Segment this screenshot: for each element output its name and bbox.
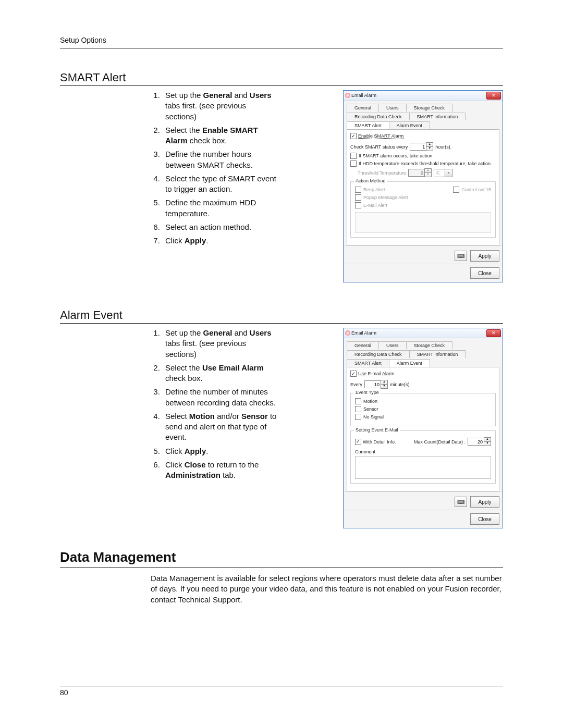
setting-event-email-group: Setting Event E-Mail ✓With Detail Info. …	[350, 430, 496, 484]
label: Max Count(Detail Data) :	[414, 439, 466, 445]
step: Click Apply.	[162, 236, 279, 246]
label: Threshold Temperature	[358, 170, 406, 176]
keyboard-icon[interactable]: ⌨	[455, 497, 467, 507]
tab-general[interactable]: General	[347, 104, 379, 112]
step: Set up the General and Users tabs first.…	[162, 328, 279, 360]
if-alarm-checkbox[interactable]: If SMART alarm occurs, take action.	[350, 153, 496, 159]
tab-storage-check[interactable]: Storage Check	[406, 104, 453, 112]
keyboard-icon[interactable]: ⌨	[455, 251, 467, 261]
section-title-smart-alert: SMART Alert	[60, 71, 503, 86]
smart-alert-steps: Set up the General and Users tabs first.…	[151, 90, 279, 246]
step: Define the maximum HDD temperature.	[162, 198, 279, 219]
motion-checkbox[interactable]: Motion	[355, 398, 491, 404]
tab-general[interactable]: General	[347, 341, 379, 349]
dialog-email-alarm-event: Email Alarm ✕ General Users Storage Chec…	[343, 328, 503, 528]
section-title-data-management: Data Management	[60, 549, 503, 565]
apply-button[interactable]: Apply	[470, 250, 499, 262]
label: hour(s).	[435, 144, 451, 150]
label: Comment :	[355, 449, 378, 454]
dialog-title: Email Alarm	[351, 93, 376, 98]
tab-users[interactable]: Users	[378, 341, 407, 349]
temp-unit-select: F.▼	[434, 169, 452, 177]
tab-alarm-event[interactable]: Alarm Event	[389, 359, 430, 367]
page-header: Setup Options	[60, 35, 503, 45]
step: Define the number of minutes between rec…	[162, 387, 279, 408]
tab-smart-alert[interactable]: SMART Alert	[347, 121, 389, 129]
tab-strip: General Users Storage Check Recording Da…	[344, 101, 503, 129]
beep-alert-checkbox: Beep Alert	[355, 187, 408, 193]
control-out-checkbox: Control out 15	[453, 187, 491, 193]
dialog-title: Email Alarm	[351, 330, 376, 336]
dialog-email-alarm-smart: Email Alarm ✕ General Users Storage Chec…	[343, 90, 503, 282]
enable-smart-alarm-checkbox[interactable]: ✓Enable SMART Alarm	[350, 133, 403, 139]
close-icon[interactable]: ✕	[486, 329, 501, 337]
every-minutes-spinner[interactable]: ▲▼	[364, 380, 388, 389]
label: Check SMART status every	[350, 144, 408, 150]
label: Every	[350, 382, 362, 387]
close-icon[interactable]: ✕	[486, 92, 501, 100]
apply-button[interactable]: Apply	[470, 496, 499, 508]
section-title-alarm-event: Alarm Event	[60, 309, 503, 324]
header-label: Setup Options	[60, 36, 106, 44]
tab-smart-alert[interactable]: SMART Alert	[347, 359, 389, 367]
tab-recording-data-check[interactable]: Recording Data Check	[347, 350, 410, 358]
with-detail-checkbox[interactable]: ✓With Detail Info.	[355, 439, 396, 445]
data-management-paragraph: Data Management is available for select …	[60, 573, 503, 605]
threshold-temp-spinner: ▲▼	[408, 168, 432, 177]
tab-recording-data-check[interactable]: Recording Data Check	[347, 113, 410, 120]
spinner-down-icon[interactable]: ▼	[484, 442, 491, 446]
spinner-down-icon[interactable]: ▼	[381, 385, 388, 389]
label: minute(s).	[390, 382, 411, 387]
titlebar[interactable]: Email Alarm ✕	[344, 91, 503, 101]
tab-smart-information[interactable]: SMART Information	[409, 350, 466, 358]
app-icon	[345, 330, 350, 336]
use-email-alarm-checkbox[interactable]: ✓Use E-mail Alarm	[350, 371, 395, 377]
tab-smart-information[interactable]: SMART Information	[409, 113, 466, 120]
step: Click Apply.	[162, 446, 279, 456]
alarm-event-steps: Set up the General and Users tabs first.…	[151, 328, 279, 480]
tab-users[interactable]: Users	[378, 104, 407, 112]
max-count-spinner[interactable]: ▲▼	[468, 437, 491, 446]
step: Set up the General and Users tabs first.…	[162, 90, 279, 122]
event-type-group: Event Type Motion Sensor No Signal	[350, 393, 496, 426]
app-icon	[345, 93, 350, 98]
close-button[interactable]: Close	[470, 267, 499, 279]
step: Select an action method.	[162, 222, 279, 232]
no-signal-checkbox[interactable]: No Signal	[355, 414, 491, 420]
step: Define the number hours between SMART ch…	[162, 149, 279, 170]
tab-storage-check[interactable]: Storage Check	[406, 341, 453, 349]
popup-alert-checkbox: Popup Message Alert	[355, 194, 408, 201]
email-alert-checkbox: E-Mail Alert	[355, 202, 408, 208]
action-method-group: Action Method Beep Alert Popup Message A…	[350, 181, 496, 238]
listbox	[355, 212, 491, 233]
step: Click Close to return to the Administrat…	[162, 460, 279, 481]
step: Select the Use Email Alarm check box.	[162, 363, 279, 384]
spinner-down-icon[interactable]: ▼	[426, 147, 433, 151]
step: Select Motion and/or Sensor to send and …	[162, 411, 279, 443]
tab-alarm-event[interactable]: Alarm Event	[389, 121, 430, 129]
smart-interval-spinner[interactable]: ▲▼	[410, 142, 433, 151]
step: Select the Enable SMART Alarm check box.	[162, 125, 279, 146]
page-number: 80	[60, 688, 68, 697]
if-hdd-checkbox[interactable]: If HDD temperature exceeds threshold tem…	[350, 161, 496, 167]
close-button[interactable]: Close	[470, 513, 499, 525]
chevron-down-icon: ▼	[445, 169, 452, 177]
comment-textarea[interactable]	[355, 456, 491, 479]
titlebar[interactable]: Email Alarm ✕	[344, 328, 503, 338]
tab-strip: General Users Storage Check Recording Da…	[344, 338, 503, 367]
step: Select the type of SMART event to trigge…	[162, 174, 279, 195]
sensor-checkbox[interactable]: Sensor	[355, 406, 491, 412]
page-footer: 80	[60, 686, 503, 697]
